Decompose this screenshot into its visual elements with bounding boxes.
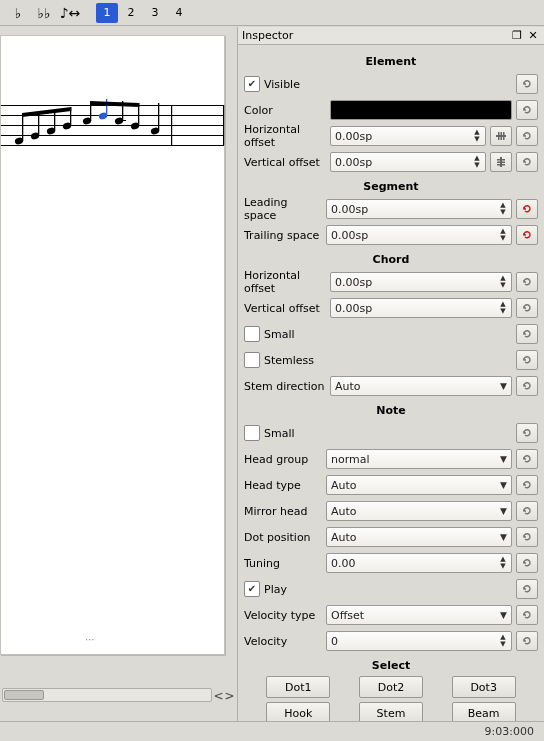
- reset-play-button[interactable]: [516, 579, 538, 599]
- stemless-label: Stemless: [264, 354, 512, 367]
- color-label: Color: [244, 104, 326, 117]
- reset-headtype-button[interactable]: [516, 475, 538, 495]
- nav-next-icon[interactable]: >: [224, 689, 235, 703]
- velocity-label: Velocity: [244, 635, 322, 648]
- reset-tuning-button[interactable]: [516, 553, 538, 573]
- horizontal-scrollbar[interactable]: [2, 688, 212, 702]
- close-icon[interactable]: ✕: [526, 29, 540, 43]
- toolbar: ♭ ♭♭ ♪↔ 1 2 3 4: [0, 0, 544, 26]
- select-dot3-button[interactable]: Dot3: [452, 676, 516, 698]
- notes-svg: [1, 93, 226, 163]
- chord-hoffset-label: Horizontal offset: [244, 269, 326, 295]
- select-stem-button[interactable]: Stem: [359, 702, 423, 721]
- note-small-checkbox[interactable]: [244, 425, 260, 441]
- reset-chord-hoffset-button[interactable]: [516, 272, 538, 292]
- reset-veltype-button[interactable]: [516, 605, 538, 625]
- veltype-combo[interactable]: Offset▼: [326, 605, 512, 625]
- select-hook-button[interactable]: Hook: [266, 702, 330, 721]
- resize-handle-icon[interactable]: ⋯: [85, 634, 97, 645]
- nav-prev-icon[interactable]: <: [213, 689, 224, 703]
- hoffset-label: Horizontal offset: [244, 123, 326, 149]
- reset-stemless-button[interactable]: [516, 350, 538, 370]
- staff: [1, 105, 224, 145]
- stemless-checkbox[interactable]: [244, 352, 260, 368]
- voffset-spinbox[interactable]: 0.00sp▲▼: [330, 152, 486, 172]
- velocity-spinbox[interactable]: 0▲▼: [326, 631, 512, 651]
- chord-voffset-spinbox[interactable]: 0.00sp▲▼: [330, 298, 512, 318]
- svg-marker-8: [22, 107, 71, 117]
- headtype-label: Head type: [244, 479, 322, 492]
- select-dot2-button[interactable]: Dot2: [359, 676, 423, 698]
- svg-rect-30: [497, 164, 505, 166]
- status-bar: 9:03:000: [0, 721, 544, 741]
- reset-color-button[interactable]: [516, 100, 538, 120]
- trailing-spinbox[interactable]: 0.00sp▲▼: [326, 225, 512, 245]
- note-small-label: Small: [264, 427, 512, 440]
- svg-rect-25: [501, 132, 503, 140]
- voice-3-button[interactable]: 3: [144, 3, 166, 23]
- section-select-heading: Select: [244, 659, 538, 672]
- status-position: 9:03:000: [485, 725, 534, 738]
- headtype-combo[interactable]: Auto▼: [326, 475, 512, 495]
- visible-checkbox[interactable]: [244, 76, 260, 92]
- tuning-spinbox[interactable]: 0.00▲▼: [326, 553, 512, 573]
- leading-label: Leading space: [244, 196, 322, 222]
- chord-small-label: Small: [264, 328, 512, 341]
- select-beam-button[interactable]: Beam: [452, 702, 516, 721]
- stemdir-label: Stem direction: [244, 380, 326, 393]
- svg-rect-29: [497, 162, 505, 164]
- reset-velocity-button[interactable]: [516, 631, 538, 651]
- dotpos-combo[interactable]: Auto▼: [326, 527, 512, 547]
- svg-rect-28: [497, 159, 505, 161]
- color-swatch[interactable]: [330, 100, 512, 120]
- reset-chord-small-button[interactable]: [516, 324, 538, 344]
- reset-dotpos-button[interactable]: [516, 527, 538, 547]
- flip-direction-button[interactable]: ♪↔: [58, 2, 82, 24]
- reset-stemdir-button[interactable]: [516, 376, 538, 396]
- flat-button[interactable]: ♭: [6, 2, 30, 24]
- reset-chord-voffset-button[interactable]: [516, 298, 538, 318]
- svg-rect-20: [158, 103, 159, 131]
- reset-voffset-button[interactable]: [516, 152, 538, 172]
- headgroup-combo[interactable]: normal▼: [326, 449, 512, 469]
- reset-hoffset-button[interactable]: [516, 126, 538, 146]
- leading-spinbox[interactable]: 0.00sp▲▼: [326, 199, 512, 219]
- select-dot1-button[interactable]: Dot1: [266, 676, 330, 698]
- section-segment-heading: Segment: [244, 180, 538, 193]
- inspector-titlebar: Inspector ❐ ✕: [238, 27, 544, 45]
- reset-headgroup-button[interactable]: [516, 449, 538, 469]
- play-label: Play: [264, 583, 512, 596]
- reset-mirror-button[interactable]: [516, 501, 538, 521]
- reset-trailing-button[interactable]: [516, 225, 538, 245]
- hoffset-spinbox[interactable]: 0.00sp▲▼: [330, 126, 486, 146]
- reset-note-small-button[interactable]: [516, 423, 538, 443]
- visible-label: Visible: [264, 78, 512, 91]
- voice-2-button[interactable]: 2: [120, 3, 142, 23]
- veltype-label: Velocity type: [244, 609, 322, 622]
- chord-small-checkbox[interactable]: [244, 326, 260, 342]
- undock-icon[interactable]: ❐: [510, 29, 524, 43]
- stemdir-combo[interactable]: Auto▼: [330, 376, 512, 396]
- reset-leading-button[interactable]: [516, 199, 538, 219]
- voice-1-button[interactable]: 1: [96, 3, 118, 23]
- score-area: ⋯ < >: [0, 27, 235, 713]
- mirror-label: Mirror head: [244, 505, 322, 518]
- section-element-heading: Element: [244, 55, 538, 68]
- vsnap-button[interactable]: [490, 152, 512, 172]
- reset-visible-button[interactable]: [516, 74, 538, 94]
- hsnap-button[interactable]: [490, 126, 512, 146]
- svg-marker-18: [90, 101, 139, 107]
- play-checkbox[interactable]: [244, 581, 260, 597]
- chord-hoffset-spinbox[interactable]: 0.00sp▲▼: [330, 272, 512, 292]
- double-flat-button[interactable]: ♭♭: [32, 2, 56, 24]
- svg-rect-1: [22, 113, 23, 141]
- score-page[interactable]: [0, 35, 225, 655]
- mirror-combo[interactable]: Auto▼: [326, 501, 512, 521]
- svg-rect-21: [171, 105, 172, 145]
- section-chord-heading: Chord: [244, 253, 538, 266]
- dotpos-label: Dot position: [244, 531, 322, 544]
- inspector-title: Inspector: [242, 29, 508, 42]
- inspector-panel: Inspector ❐ ✕ Element Visible Color Hori…: [237, 27, 544, 721]
- svg-rect-12: [106, 99, 107, 116]
- voice-4-button[interactable]: 4: [168, 3, 190, 23]
